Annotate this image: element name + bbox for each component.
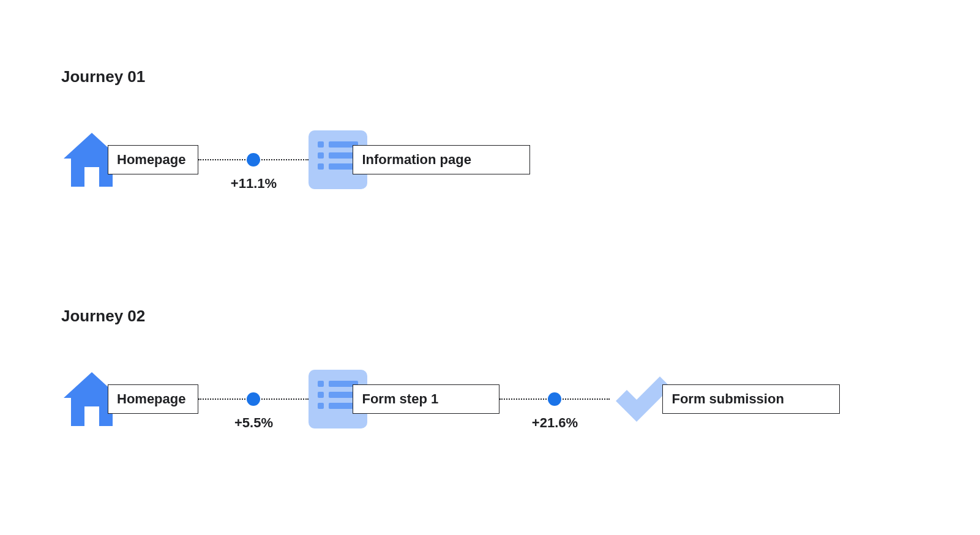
transition-dot xyxy=(247,392,260,406)
transition-delta: +11.1% xyxy=(231,176,277,192)
journey-flow: Homepage +11.1% Information page xyxy=(61,123,840,196)
step-label: Information page xyxy=(353,145,530,174)
transition-delta: +21.6% xyxy=(532,415,578,431)
journey-title: Journey 02 xyxy=(61,307,840,326)
transition: +21.6% xyxy=(499,362,610,436)
transition-delta: +5.5% xyxy=(234,415,273,431)
journey-flow: Homepage +5.5% Form step 1 xyxy=(61,362,840,436)
transition-dot xyxy=(247,153,260,166)
journey-01: Journey 01 Homepage +11.1% xyxy=(61,67,840,196)
journey-02: Journey 02 Homepage +5.5% xyxy=(61,307,840,436)
step-homepage: Homepage xyxy=(61,129,198,190)
journey-title: Journey 01 xyxy=(61,67,840,86)
step-label: Form submission xyxy=(662,384,840,414)
step-label: Homepage xyxy=(108,145,198,174)
transition-dot xyxy=(548,392,561,406)
step-homepage: Homepage xyxy=(61,369,198,430)
step-label: Form step 1 xyxy=(353,384,499,414)
step-form-step-1: Form step 1 xyxy=(309,370,499,428)
transition: +5.5% xyxy=(198,362,309,436)
step-form-submission: Form submission xyxy=(610,372,840,427)
step-information-page: Information page xyxy=(309,130,530,189)
step-label: Homepage xyxy=(108,384,198,414)
transition: +11.1% xyxy=(198,123,309,196)
diagram-canvas: Journey 01 Homepage +11.1% xyxy=(61,67,840,535)
